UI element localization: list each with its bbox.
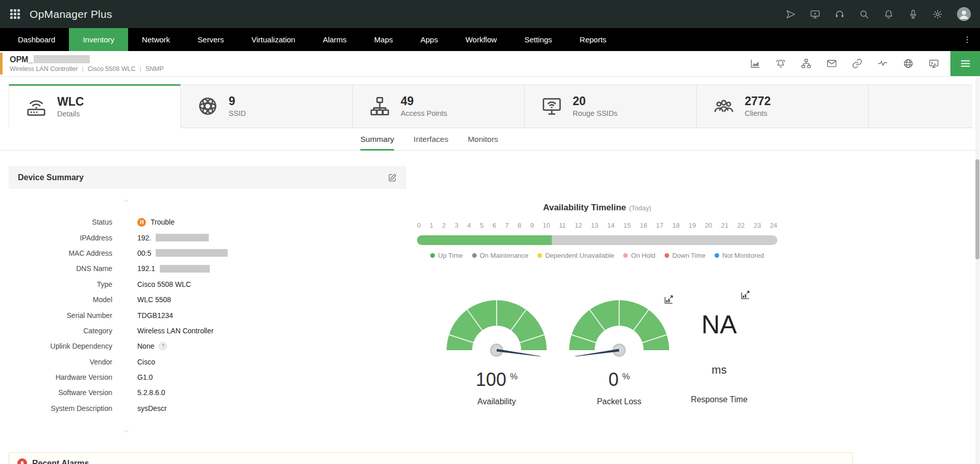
- field-value: None?: [137, 342, 167, 350]
- device-summary-fields: StatusTroubleIPAddress192.MAC Address00:…: [9, 214, 406, 416]
- gauge-value: 0%: [608, 371, 630, 389]
- field-value: WLC 5508: [137, 296, 171, 304]
- subtab-interfaces[interactable]: Interfaces: [413, 128, 448, 151]
- gauge-dial: [569, 300, 669, 358]
- field-value-text: 192.: [137, 234, 151, 242]
- response-time-unit: ms: [663, 364, 775, 376]
- chevron-up-icon[interactable]: [122, 198, 131, 204]
- trouble-status-icon: [137, 218, 146, 227]
- stat-tab-clients[interactable]: 2772Clients: [697, 84, 869, 128]
- field-value: sysDescr: [137, 404, 167, 412]
- report-export-icon[interactable]: [740, 290, 750, 300]
- send-icon[interactable]: [786, 9, 796, 19]
- subtab-monitors[interactable]: Monitors: [468, 128, 498, 151]
- nav-item-apps[interactable]: Apps: [407, 28, 452, 51]
- field-value-text: 5.2.8.6.0: [137, 388, 165, 397]
- summary-field-category: CategoryWireless LAN Controller: [9, 323, 406, 338]
- field-value-text: Cisco 5508 WLC: [137, 280, 191, 288]
- legend-dot: [623, 253, 628, 258]
- user-avatar[interactable]: [957, 7, 971, 21]
- report-export-icon[interactable]: [664, 295, 674, 305]
- timeline-hour-label: 8: [518, 222, 521, 229]
- nav-item-virtualization[interactable]: Virtualization: [238, 28, 309, 51]
- scrollbar-thumb[interactable]: [975, 159, 979, 259]
- summary-field-serial-number: Serial NumberTDGB1234: [9, 307, 406, 323]
- timeline-hour-label: 4: [468, 222, 471, 229]
- nav-item-maps[interactable]: Maps: [360, 28, 407, 51]
- app-header: OpManager Plus: [0, 0, 980, 28]
- app-header-actions: [786, 7, 971, 21]
- field-value: 192.1: [137, 264, 210, 273]
- stat-tab-ssid[interactable]: 9SSID: [181, 84, 353, 128]
- subtab-summary[interactable]: Summary: [360, 128, 394, 151]
- timeline-hour-label: 14: [607, 222, 615, 229]
- legend-label: Up Time: [438, 252, 462, 259]
- topology-icon[interactable]: [801, 58, 812, 69]
- legend-dot: [665, 253, 669, 258]
- redacted-value: [156, 249, 228, 257]
- nav-overflow-icon[interactable]: [954, 28, 980, 51]
- feedback-icon[interactable]: [908, 9, 918, 19]
- alarm-bell-icon[interactable]: [775, 58, 786, 69]
- device-menu-button[interactable]: [950, 51, 980, 76]
- notifications-bell-icon[interactable]: [884, 9, 894, 19]
- response-time-value: NA: [663, 309, 775, 340]
- timeline-hour-label: 6: [493, 222, 496, 229]
- nav-item-network[interactable]: Network: [128, 28, 184, 51]
- globe-icon[interactable]: [903, 58, 914, 69]
- headset-icon[interactable]: [835, 9, 845, 19]
- link-icon[interactable]: [852, 58, 863, 69]
- field-label: Vendor: [9, 358, 112, 366]
- search-icon[interactable]: [859, 9, 869, 19]
- line-chart-icon[interactable]: [877, 58, 888, 69]
- field-value-text: 192.1: [137, 264, 155, 273]
- availability-timeline-bar[interactable]: [417, 235, 777, 245]
- recent-alarms-panel: Recent Alarms: [9, 452, 853, 464]
- legend-dot: [430, 253, 435, 258]
- network-nodes-icon: [369, 95, 390, 117]
- app-header-left: OpManager Plus: [9, 8, 112, 20]
- timeline-hour-label: 21: [721, 222, 728, 229]
- field-value: Trouble: [137, 218, 175, 227]
- gauge-label: Packet Loss: [597, 397, 641, 406]
- nav-item-workflow[interactable]: Workflow: [452, 28, 510, 51]
- wifi-router-icon: [26, 96, 47, 117]
- legend-label: Down Time: [672, 252, 705, 259]
- chevron-down-icon[interactable]: [122, 428, 131, 434]
- legend-dot: [715, 253, 719, 258]
- stat-tab-rouge-ssids[interactable]: 20Rouge SSIDs: [525, 84, 697, 128]
- mail-icon[interactable]: [826, 58, 837, 69]
- legend-label: Not Monitored: [722, 252, 764, 259]
- recent-alarms-title: Recent Alarms: [32, 459, 89, 464]
- device-summary-title: Device Summary: [18, 173, 84, 182]
- nav-item-alarms[interactable]: Alarms: [309, 28, 360, 51]
- stat-tab-wlc-details[interactable]: WLCDetails: [9, 84, 181, 128]
- timeline-hour-label: 23: [753, 222, 761, 229]
- device-summary-header: Device Summary: [9, 166, 406, 189]
- help-question-icon[interactable]: ?: [159, 342, 167, 350]
- timeline-title-text: Availability Timeline: [543, 203, 626, 212]
- terminal-icon[interactable]: [928, 58, 939, 69]
- nav-item-reports[interactable]: Reports: [566, 28, 621, 51]
- screen-share-icon[interactable]: [810, 9, 820, 19]
- timeline-hour-label: 12: [575, 222, 582, 229]
- stat-label: Details: [57, 110, 84, 118]
- device-action-toolbar: [750, 58, 980, 69]
- nav-item-dashboard[interactable]: Dashboard: [4, 28, 69, 51]
- apps-grid-icon[interactable]: [9, 8, 21, 20]
- stat-tab-access-points[interactable]: 49Access Points: [353, 84, 525, 128]
- edit-device-icon[interactable]: [388, 173, 397, 182]
- timeline-hour-label: 0: [417, 222, 421, 229]
- timeline-hour-label: 11: [559, 222, 566, 229]
- area-chart-icon[interactable]: [750, 58, 761, 69]
- timeline-hour-label: 13: [591, 222, 598, 229]
- app-title: OpManager Plus: [30, 8, 112, 20]
- nav-item-inventory[interactable]: Inventory: [69, 28, 128, 51]
- nav-item-settings[interactable]: Settings: [510, 28, 566, 51]
- legend-dot: [537, 253, 542, 258]
- device-name-redacted: [34, 55, 90, 63]
- timeline-hour-label: 17: [656, 222, 663, 229]
- field-label: Category: [9, 327, 112, 335]
- nav-item-servers[interactable]: Servers: [184, 28, 238, 51]
- settings-gear-icon[interactable]: [933, 9, 943, 19]
